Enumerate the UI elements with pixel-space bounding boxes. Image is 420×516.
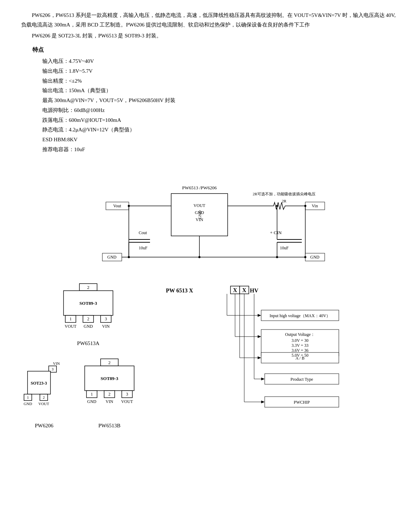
- package-area: 2 SOT89-3 1 2 3 VOUT GND VIN PW6513A: [21, 282, 399, 429]
- feature-item: 推荐电容器：10uF: [42, 145, 399, 155]
- svg-text:GND: GND: [24, 402, 32, 406]
- svg-point-31: [304, 205, 306, 207]
- svg-text:HV: HV: [250, 287, 258, 293]
- svg-text:SOT89-3: SOT89-3: [79, 301, 97, 306]
- svg-text:PWCHIP: PWCHIP: [294, 400, 310, 405]
- svg-text:Output Voltage：: Output Voltage：: [285, 332, 315, 337]
- svg-text:Cout: Cout: [139, 230, 147, 235]
- sot89b-name: PW6513B: [98, 423, 121, 429]
- svg-text:VIN: VIN: [102, 324, 110, 329]
- svg-point-38: [276, 205, 278, 207]
- svg-text:GND: GND: [107, 255, 116, 260]
- svg-marker-89: [258, 314, 261, 317]
- features-list: 输入电压：4.75V~40V输出电压：1.8V~5.7V输出精度：<±2%输出电…: [42, 57, 399, 155]
- svg-text:Input high voltage（MAX：40V）: Input high voltage（MAX：40V）: [270, 313, 331, 318]
- svg-text:2: 2: [108, 392, 110, 397]
- svg-marker-109: [261, 401, 265, 403]
- svg-text:SOT23-3: SOT23-3: [31, 381, 47, 386]
- svg-text:PW6513 /PW6206: PW6513 /PW6206: [182, 185, 217, 190]
- svg-text:Vout: Vout: [113, 203, 121, 208]
- feature-item: 跌落电压：600mV@IOUT=100mA: [42, 115, 399, 125]
- feature-item: 输出精度：<±2%: [42, 76, 399, 86]
- svg-text:2R: 2R: [282, 199, 287, 203]
- feature-item: 输入电压：4.75V~40V: [42, 57, 399, 66]
- svg-marker-93: [258, 335, 261, 338]
- svg-text:VIN: VIN: [106, 399, 113, 404]
- svg-point-39: [276, 256, 278, 258]
- svg-point-30: [128, 205, 130, 207]
- svg-text:GND: GND: [198, 210, 202, 219]
- svg-text:1: 1: [70, 316, 72, 321]
- svg-text:X: X: [233, 287, 237, 293]
- svg-text:10uF: 10uF: [139, 245, 148, 250]
- sot23-name: PW6206: [35, 423, 54, 429]
- svg-marker-105: [261, 378, 265, 380]
- svg-text:SOT89-3: SOT89-3: [101, 376, 118, 381]
- svg-text:+ CIN: + CIN: [270, 230, 282, 235]
- feature-item: 静态电流：4.2μA@VIN=12V（典型值）: [42, 125, 399, 135]
- svg-text:VOUT: VOUT: [121, 399, 133, 404]
- intro-paragraph-2: PW6206 是 SOT23-3L 封装，PW6513 是 SOT89-3 封装…: [21, 31, 399, 41]
- features-title: 特点: [32, 46, 399, 54]
- intro-paragraph-1: PW6206，PW6513 系列是一款高精度，高输入电压，低静态电流，高速，低压…: [21, 11, 399, 30]
- feature-item: ESD HBM:8KV: [42, 135, 399, 145]
- feature-item: 输出电压：1.8V~5.7V: [42, 66, 399, 76]
- svg-text:2: 2: [87, 316, 89, 321]
- svg-text:3: 3: [126, 392, 128, 397]
- sot89b-diagram: 2 SOT89-3 1 2 3 GND VIN VOUT PW6513B: [74, 357, 145, 429]
- feature-item: 电源抑制比：60dB@100Hz: [42, 106, 399, 115]
- part-number-diagram: PW 6513 X X X HV Input high voltage（MAX：…: [162, 282, 399, 425]
- sot89a-diagram: 2 SOT89-3 1 2 3 VOUT GND VIN PW6513A: [21, 282, 155, 346]
- svg-text:VIN: VIN: [53, 361, 60, 366]
- svg-text:3.6V = 36: 3.6V = 36: [292, 348, 308, 353]
- svg-text:PW 6513 X: PW 6513 X: [166, 287, 193, 293]
- feature-item: 最高 300mA@VIN=7V，VOUT=5V，PW6206B50HV 封装: [42, 96, 399, 106]
- svg-text:GND: GND: [87, 399, 96, 404]
- svg-text:3: 3: [52, 367, 54, 371]
- circuit-diagram: PW6513 /PW6206 VOUT GND VIN GND Vout 2R可…: [21, 165, 399, 268]
- svg-text:2: 2: [108, 360, 111, 365]
- svg-text:3.0V = 30: 3.0V = 30: [292, 338, 308, 343]
- sot89a-name: PW6513A: [77, 340, 99, 346]
- svg-text:2: 2: [43, 395, 45, 399]
- svg-text:X: X: [242, 287, 246, 293]
- svg-text:Vin: Vin: [312, 203, 318, 208]
- package-left: 2 SOT89-3 1 2 3 VOUT GND VIN PW6513A: [21, 282, 155, 429]
- svg-text:VOUT: VOUT: [65, 324, 77, 329]
- svg-text:2R可选不加，功能吸收拔插尖峰电压: 2R可选不加，功能吸收拔插尖峰电压: [253, 192, 316, 196]
- svg-text:1: 1: [27, 395, 29, 399]
- feature-item: 输出电流：150mA（典型值）: [42, 86, 399, 96]
- svg-text:3: 3: [105, 316, 107, 321]
- svg-marker-100: [258, 356, 261, 359]
- svg-text:GND: GND: [84, 324, 93, 329]
- sot23-diagram: VIN 3 SOT23-3 1 2 GND VOUT PW6206: [21, 357, 67, 429]
- svg-text:10uF: 10uF: [280, 245, 289, 250]
- svg-text:VOUT: VOUT: [193, 203, 205, 208]
- svg-text:3.3V = 33: 3.3V = 33: [292, 343, 308, 348]
- svg-text:GND: GND: [310, 255, 319, 260]
- svg-text:VOUT: VOUT: [38, 402, 49, 406]
- svg-point-33: [304, 256, 306, 258]
- svg-point-34: [198, 256, 200, 258]
- svg-text:2: 2: [87, 285, 90, 290]
- svg-text:Product Type: Product Type: [290, 377, 313, 382]
- svg-text:1: 1: [91, 392, 93, 397]
- svg-text:5.0V = 50: 5.0V = 50: [292, 353, 308, 358]
